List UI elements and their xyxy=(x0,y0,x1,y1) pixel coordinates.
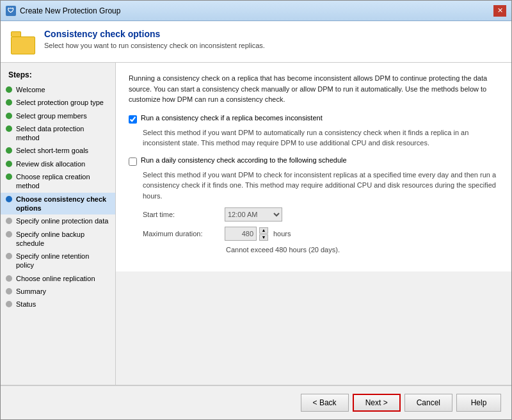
step-dot-choose-online-replication xyxy=(6,275,12,282)
option1-label[interactable]: Run a consistency check if a replica bec… xyxy=(141,114,323,122)
number-input-wrap: ▲ ▼ xyxy=(225,227,268,241)
option1-row: Run a consistency check if a replica bec… xyxy=(129,114,499,124)
step-label-select-protection-group-type: Select protection group type xyxy=(16,98,104,107)
folder-icon xyxy=(11,29,36,54)
sidebar-item-choose-consistency-check[interactable]: Choose consistency check options xyxy=(1,193,115,215)
sidebar-item-specify-online-protection-data[interactable]: Specify online protection data xyxy=(1,214,115,227)
start-time-label: Start time: xyxy=(143,211,220,218)
step-dot-choose-consistency-check xyxy=(6,196,12,202)
close-button[interactable]: ✕ xyxy=(493,5,506,17)
spinner-wrap: ▲ ▼ xyxy=(259,227,268,241)
option2-checkbox[interactable] xyxy=(129,158,137,166)
sidebar: Steps: WelcomeSelect protection group ty… xyxy=(1,63,116,385)
cancel-button[interactable]: Cancel xyxy=(404,394,452,412)
step-label-choose-consistency-check: Choose consistency check options xyxy=(16,195,109,213)
option2-section: Run a daily consistency check according … xyxy=(129,156,499,254)
step-dot-select-protection-group-type xyxy=(6,99,12,106)
step-dot-specify-online-protection-data xyxy=(6,218,12,224)
step-dot-summary xyxy=(6,288,12,295)
sidebar-item-select-short-term-goals[interactable]: Select short-term goals xyxy=(1,144,115,157)
content-area: Steps: WelcomeSelect protection group ty… xyxy=(1,63,511,385)
spinner-up[interactable]: ▲ xyxy=(259,227,268,234)
title-bar: 🛡 Create New Protection Group ✕ xyxy=(1,1,511,21)
window-body: Consistency check options Select how you… xyxy=(1,21,511,419)
step-dot-specify-online-retention-policy xyxy=(6,253,12,259)
step-label-specify-online-protection-data: Specify online protection data xyxy=(16,216,108,225)
step-label-summary: Summary xyxy=(16,287,46,296)
main-content-wrap: Running a consistency check on a replica… xyxy=(116,63,511,385)
step-label-choose-replica-creation: Choose replica creation method xyxy=(16,172,109,191)
option1-checkbox[interactable] xyxy=(129,115,137,124)
back-button[interactable]: < Back xyxy=(301,394,349,412)
schedule-section: Start time: 12:00 AM Maximum duration: xyxy=(143,207,499,254)
step-label-specify-online-backup-schedule: Specify online backup schedule xyxy=(16,230,109,248)
sidebar-item-status[interactable]: Status xyxy=(1,298,115,311)
step-label-specify-online-retention-policy: Specify online retention policy xyxy=(16,252,109,270)
option1-desc: Select this method if you want DPM to au… xyxy=(143,127,499,149)
info-text: Running a consistency check on a replica… xyxy=(129,73,499,105)
title-bar-left: 🛡 Create New Protection Group xyxy=(6,6,120,16)
step-dot-select-short-term-goals xyxy=(6,147,12,154)
option2-label[interactable]: Run a daily consistency check according … xyxy=(141,156,347,164)
step-label-review-disk-allocation: Review disk allocation xyxy=(16,159,85,168)
folder-icon-tab xyxy=(11,31,21,36)
sidebar-item-summary[interactable]: Summary xyxy=(1,285,115,298)
step-label-select-short-term-goals: Select short-term goals xyxy=(16,146,88,155)
max-duration-row: Maximum duration: ▲ ▼ hours xyxy=(143,227,499,241)
sidebar-item-welcome[interactable]: Welcome xyxy=(1,83,115,96)
option2-row: Run a daily consistency check according … xyxy=(129,156,499,166)
main-content: Running a consistency check on a replica… xyxy=(116,63,511,271)
step-label-choose-online-replication: Choose online replication xyxy=(16,274,95,283)
start-time-row: Start time: 12:00 AM xyxy=(143,207,499,222)
option2-desc: Select this method if you want DPM to ch… xyxy=(143,170,499,202)
max-note: Cannot exceed 480 hours (20 days). xyxy=(226,246,499,254)
sidebar-item-review-disk-allocation[interactable]: Review disk allocation xyxy=(1,158,115,170)
steps-container: WelcomeSelect protection group typeSelec… xyxy=(1,83,115,311)
max-duration-input[interactable] xyxy=(225,227,257,241)
start-time-select[interactable]: 12:00 AM xyxy=(225,207,282,222)
header-section: Consistency check options Select how you… xyxy=(1,21,511,63)
sidebar-item-choose-replica-creation[interactable]: Choose replica creation method xyxy=(1,170,115,193)
app-icon: 🛡 xyxy=(6,6,16,16)
sidebar-item-specify-online-retention-policy[interactable]: Specify online retention policy xyxy=(1,250,115,272)
sidebar-item-select-group-members[interactable]: Select group members xyxy=(1,109,115,122)
step-dot-welcome xyxy=(6,86,12,93)
max-duration-label: Maximum duration: xyxy=(143,230,220,238)
bottom-bar: < Back Next > Cancel Help xyxy=(1,385,511,419)
sidebar-item-select-protection-group-type[interactable]: Select protection group type xyxy=(1,96,115,109)
sidebar-item-choose-online-replication[interactable]: Choose online replication xyxy=(1,272,115,285)
steps-label: Steps: xyxy=(1,68,115,83)
step-label-welcome: Welcome xyxy=(16,85,45,94)
header-icon xyxy=(11,29,36,54)
hours-label: hours xyxy=(273,230,291,238)
step-label-select-group-members: Select group members xyxy=(16,111,87,120)
step-label-status: Status xyxy=(16,300,36,309)
header-subtitle: Select how you want to run consistency c… xyxy=(44,42,265,49)
header-title: Consistency check options xyxy=(44,29,265,39)
window-title: Create New Protection Group xyxy=(20,6,120,15)
sidebar-item-specify-online-backup-schedule[interactable]: Specify online backup schedule xyxy=(1,228,115,250)
step-dot-select-group-members xyxy=(6,113,12,119)
step-dot-status xyxy=(6,301,12,307)
folder-icon-body xyxy=(11,36,35,54)
step-dot-choose-replica-creation xyxy=(6,174,12,180)
help-button[interactable]: Help xyxy=(456,394,501,412)
spinner-down[interactable]: ▼ xyxy=(259,234,268,241)
main-window: 🛡 Create New Protection Group ✕ Consiste… xyxy=(0,0,512,420)
step-label-select-data-protection-method: Select data protection method xyxy=(16,124,109,143)
next-button[interactable]: Next > xyxy=(353,394,401,412)
step-dot-specify-online-backup-schedule xyxy=(6,231,12,238)
header-text: Consistency check options Select how you… xyxy=(44,29,265,49)
step-dot-select-data-protection-method xyxy=(6,125,12,132)
step-dot-review-disk-allocation xyxy=(6,161,12,167)
sidebar-item-select-data-protection-method[interactable]: Select data protection method xyxy=(1,122,115,145)
option1-section: Run a consistency check if a replica bec… xyxy=(129,114,499,149)
